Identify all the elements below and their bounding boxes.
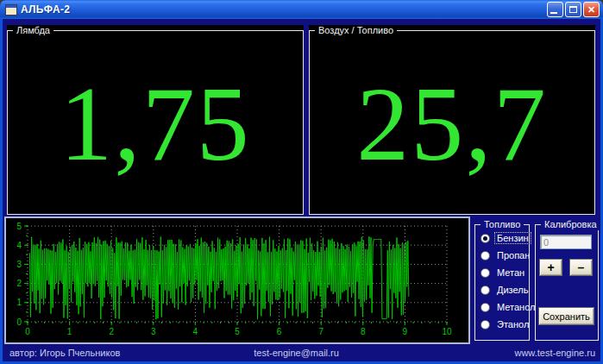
svg-text:10: 10 [442, 327, 452, 336]
lambda-caption: Лямбда [13, 25, 53, 36]
radio-metanol[interactable]: Метанол [481, 301, 537, 313]
svg-text:2: 2 [16, 279, 22, 288]
fuel-group: Топливо Бензин Пропан Метан Дизель Метан… [474, 219, 530, 341]
calibration-group: Калибровка + – Сохранить [535, 219, 599, 341]
radio-etanol-label: Этанол [494, 318, 531, 330]
radio-icon [481, 320, 490, 329]
air-fuel-value: 25,7 [312, 37, 592, 211]
statusbar: автор: Игорь Пчельников test-engine@mail… [3, 346, 600, 361]
radio-benzin-label: Бензин [494, 232, 531, 244]
radio-etanol[interactable]: Этанол [481, 318, 531, 330]
app-icon [5, 4, 17, 16]
svg-text:2: 2 [109, 327, 114, 336]
radio-dizel-label: Дизель [494, 284, 531, 296]
svg-text:9: 9 [403, 327, 408, 336]
calibration-input[interactable] [540, 235, 592, 249]
maximize-icon [569, 6, 577, 13]
close-icon: ✕ [584, 3, 599, 16]
svg-text:4: 4 [16, 241, 22, 250]
svg-text:4: 4 [193, 327, 198, 336]
app-icon-bar [6, 5, 16, 8]
maximize-button[interactable] [565, 2, 581, 17]
air-fuel-caption: Воздух / Топливо [315, 25, 397, 36]
minimize-icon [550, 12, 557, 14]
svg-text:0: 0 [16, 317, 22, 327]
radio-propan[interactable]: Пропан [481, 249, 532, 261]
svg-text:5: 5 [235, 327, 240, 336]
radio-propan-label: Пропан [494, 249, 532, 261]
site-label: www.test-engine.ru [514, 348, 595, 358]
calibration-caption: Калибровка [541, 219, 600, 230]
close-button[interactable]: ✕ [583, 2, 600, 17]
radio-metan[interactable]: Метан [481, 267, 527, 279]
svg-text:3: 3 [151, 327, 156, 336]
email-label: test-engine@mail.ru [254, 348, 339, 358]
lambda-chart: 012345012345678910 [4, 217, 470, 344]
svg-text:7: 7 [318, 327, 323, 336]
svg-text:1: 1 [67, 327, 72, 336]
calibration-plus-button[interactable]: + [539, 259, 562, 276]
app-window: АЛЬФА-2 ✕ Лямбда 1,75 Воздух / Топливо 2… [0, 0, 603, 364]
radio-dizel[interactable]: Дизель [481, 284, 531, 296]
svg-text:1: 1 [16, 298, 22, 307]
author-label: автор: Игорь Пчельников [9, 348, 120, 358]
save-button[interactable]: Сохранить [538, 307, 594, 325]
lambda-value: 1,75 [10, 37, 300, 211]
radio-icon [481, 286, 490, 295]
air-fuel-display-group: Воздух / Топливо 25,7 [309, 25, 595, 215]
radio-metan-label: Метан [494, 267, 527, 279]
lambda-chart-svg: 012345012345678910 [6, 218, 468, 342]
window-body: Лямбда 1,75 Воздух / Топливо 25,7 012345… [3, 19, 600, 361]
calibration-minus-button[interactable]: – [569, 259, 593, 276]
window-titlebar: АЛЬФА-2 ✕ [0, 0, 603, 19]
radio-icon [481, 303, 490, 312]
svg-text:6: 6 [277, 327, 282, 336]
radio-metanol-label: Метанол [494, 301, 537, 313]
radio-icon [481, 268, 490, 278]
fuel-caption: Топливо [481, 219, 524, 230]
minimize-button[interactable] [547, 2, 563, 17]
window-title: АЛЬФА-2 [21, 3, 70, 16]
svg-text:0: 0 [25, 327, 30, 336]
radio-icon [481, 251, 490, 260]
radio-icon [481, 234, 490, 243]
radio-benzin[interactable]: Бензин [481, 232, 531, 244]
lambda-display-group: Лямбда 1,75 [7, 25, 304, 215]
svg-text:3: 3 [16, 260, 22, 269]
svg-text:8: 8 [361, 327, 366, 336]
window-controls: ✕ [547, 2, 600, 17]
svg-text:5: 5 [16, 222, 22, 231]
